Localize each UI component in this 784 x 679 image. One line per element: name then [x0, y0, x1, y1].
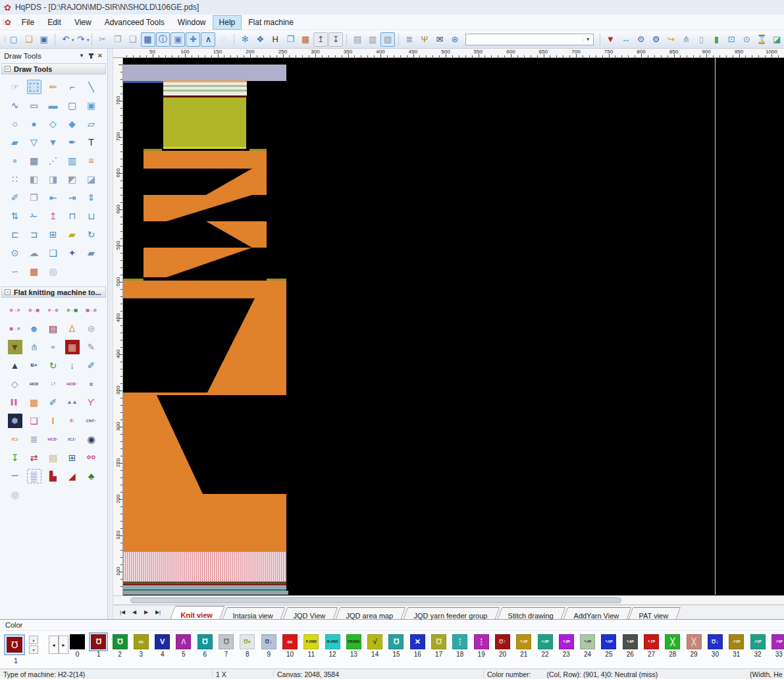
knit-pattern-canvas[interactable]: [123, 58, 784, 595]
tool-pyramid[interactable]: ▲: [8, 358, 22, 373]
gears-icon[interactable]: ⚙: [634, 32, 648, 47]
tool-stairs-red[interactable]: ▙: [46, 469, 61, 483]
tool-links-process[interactable]: Δ: [65, 321, 80, 336]
tab-nav-prev-icon[interactable]: ◀: [129, 609, 140, 615]
color-swatch-6[interactable]: ℧: [197, 634, 213, 649]
color-swatch-0[interactable]: [70, 634, 85, 649]
menu-advanceed-tools[interactable]: Advanceed Tools: [98, 15, 171, 30]
tool-frame-all[interactable]: ⊞: [46, 227, 61, 242]
tool-funnel-machine[interactable]: ▼: [8, 340, 22, 354]
redo-yellow-icon[interactable]: ↪: [664, 32, 678, 47]
tab-addyarn-view[interactable]: AddYarn View: [563, 607, 631, 619]
tab-nav-next-icon[interactable]: ▶: [141, 609, 151, 615]
tab-knit-view[interactable]: Knit view: [170, 606, 225, 619]
color-swatch-29[interactable]: ╳: [687, 634, 702, 649]
tool-polygon-filled[interactable]: ▼: [46, 135, 61, 149]
layers-1-icon[interactable]: ▤: [350, 32, 365, 47]
tab-jqd-yarn-feeder-group[interactable]: JQD yarn feeder group: [403, 607, 499, 619]
area-select-icon[interactable]: ⊡: [724, 32, 739, 47]
tool-bars-colon[interactable]: ‖:: [65, 414, 80, 428]
collapse-icon[interactable]: −: [5, 289, 11, 295]
tool-pattern-grid[interactable]: ▦: [27, 153, 41, 168]
tab-jqd-view[interactable]: JQD View: [283, 607, 338, 619]
tool-distribute-vertical[interactable]: ⇕: [84, 190, 99, 205]
gear-box-icon[interactable]: ⚙: [648, 32, 663, 47]
tool-needle-up-down[interactable]: ↓↑: [46, 377, 61, 391]
dark-mail-icon[interactable]: ✉: [432, 32, 447, 47]
tool-grid-small[interactable]: ∷: [8, 172, 22, 186]
color-swatch-22[interactable]: ↖2P: [538, 634, 553, 649]
flower-tool-icon[interactable]: ✻: [238, 32, 252, 47]
palette-grid-icon[interactable]: ▦: [298, 32, 313, 47]
tool-download-row[interactable]: ↓: [65, 358, 80, 373]
layers-3-icon[interactable]: ▧: [380, 32, 395, 47]
color-swatch-20[interactable]: ℧↑: [495, 634, 510, 649]
color-swatch-25[interactable]: ↖5P: [601, 634, 616, 649]
section-header-flat-knitting-machine-to[interactable]: −Flat knitting machine to...: [1, 286, 106, 298]
color-swatch-26[interactable]: ↖6P: [623, 634, 638, 649]
color-swatch-10[interactable]: ∞: [282, 634, 298, 649]
circle-select-icon[interactable]: ◌: [216, 32, 230, 47]
tool-triangle-red[interactable]: ◢: [65, 469, 80, 483]
color-swatch-13[interactable]: FB2ND: [346, 634, 361, 649]
color-swatch-21[interactable]: ↖1P: [516, 634, 531, 649]
tool-spiral-target[interactable]: ◎: [46, 264, 61, 279]
button-up-icon[interactable]: ↥: [313, 32, 328, 47]
menu-view[interactable]: View: [68, 15, 98, 30]
color-prev-icon[interactable]: ◄: [49, 636, 59, 654]
tool-bars-yellow-pink[interactable]: ▌▌: [8, 395, 22, 410]
section-header-draw-tools[interactable]: −Draw Tools: [1, 63, 106, 74]
scrollbar-thumb[interactable]: [130, 597, 621, 603]
tshirt-tool-icon[interactable]: ⋔: [679, 32, 693, 47]
tool-distribute-vertical-2[interactable]: ⇅: [8, 209, 22, 223]
tool-refresh[interactable]: ↻: [84, 227, 99, 242]
color-swatch-9[interactable]: ℧↓: [261, 634, 276, 649]
tool-frame-left[interactable]: ⊏: [8, 227, 22, 242]
tool-color-grid[interactable]: ▦: [27, 264, 41, 279]
color-swatch-4[interactable]: V: [155, 634, 170, 649]
color-swatch-1[interactable]: ℧: [91, 634, 106, 649]
horizontal-scrollbar[interactable]: [113, 595, 784, 605]
tool-pattern-book[interactable]: ▤: [46, 321, 61, 336]
tool-polygon-outline[interactable]: ▽: [27, 135, 41, 149]
color-swatch-33[interactable]: ↗3P: [771, 634, 784, 649]
tool-rounded-rect-outline[interactable]: ▢: [65, 98, 80, 113]
tool-polyline[interactable]: ⌐: [65, 80, 80, 94]
tool-select-rect[interactable]: [27, 80, 41, 94]
color-swatch-17[interactable]: ℧: [431, 634, 446, 649]
tool-flowers-swap[interactable]: ✿✿: [84, 450, 99, 465]
tool-align-row-right[interactable]: ⇥: [65, 190, 80, 205]
tool-text[interactable]: T: [84, 135, 99, 149]
machine-combobox[interactable]: ▼: [465, 34, 594, 45]
tool-diamond-outline[interactable]: ◇: [46, 117, 61, 131]
icon-view-icon[interactable]: ▣: [170, 32, 185, 47]
tool-pencil[interactable]: ✏: [46, 80, 61, 94]
color-swatch-12[interactable]: B-2ND: [325, 634, 340, 649]
tool-fill-bucket-3[interactable]: ◩: [65, 172, 80, 186]
tool-red-pattern[interactable]: ▦: [65, 340, 80, 354]
tool-yarn-bars[interactable]: |||: [84, 377, 99, 391]
info-view-icon[interactable]: ⓘ: [156, 32, 170, 47]
tool-magic-wand[interactable]: ✦: [65, 246, 80, 260]
undo-icon[interactable]: ↶▼: [59, 32, 73, 47]
tool-parallelogram-outline[interactable]: ▱: [84, 117, 99, 131]
tool-hcd-up[interactable]: HCD↑: [65, 377, 80, 391]
tool-triangles-ma[interactable]: ▲▲: [65, 395, 80, 410]
tool-chisel[interactable]: ✐: [84, 358, 99, 373]
color-swatch-31[interactable]: ↗1P: [729, 634, 744, 649]
color-swatch-27[interactable]: ↖7P: [644, 634, 659, 649]
open-file-icon[interactable]: ❏: [22, 32, 36, 47]
color-swatch-15[interactable]: ℧: [388, 634, 404, 649]
tool-row-delete[interactable]: ✁: [27, 209, 41, 223]
color-swatch-2[interactable]: ℧: [113, 634, 128, 649]
grid-view-icon[interactable]: ▦: [141, 32, 155, 47]
tool-transfer-back-front[interactable]: ≋→✿: [46, 303, 61, 317]
color-swatch-14[interactable]: √: [367, 634, 382, 649]
color-swatch-16[interactable]: ✕: [410, 634, 425, 649]
tool-diamond-pink[interactable]: ◇: [8, 377, 22, 391]
tool-align-row-left[interactable]: ⇤: [46, 190, 61, 205]
tool-hcd[interactable]: HCD: [27, 377, 41, 391]
color-spin-up-icon[interactable]: ▲: [29, 636, 38, 644]
tab-jqd-area-map[interactable]: JQD area map: [336, 607, 405, 619]
tab-intarsia-view[interactable]: Intarsia view: [222, 607, 286, 619]
